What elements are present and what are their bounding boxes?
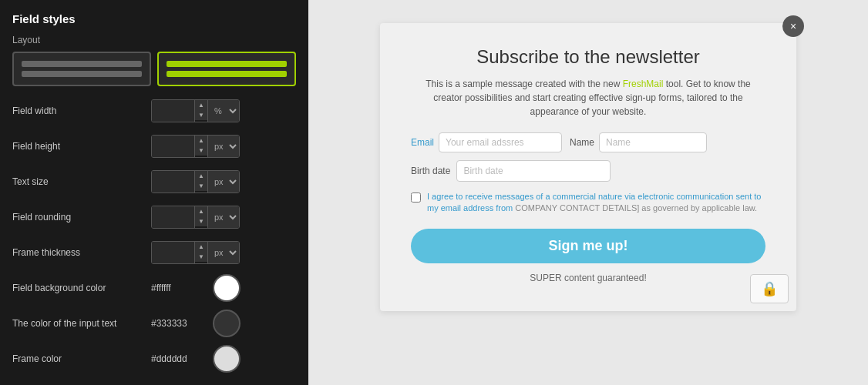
frame-thickness-up[interactable]: ▲ [195, 242, 207, 252]
layout-bar-active [167, 61, 287, 67]
guarantee-text: SUPER content guaranteed! [411, 273, 765, 283]
field-rounding-input-group: 4 ▲ ▼ px % [151, 206, 240, 229]
field-height-row: Field height 30 ▲ ▼ px % [12, 132, 296, 160]
left-panel: Field styles Layout Field width 100 ▲ ▼ … [0, 0, 308, 385]
field-height-spinner: ▲ ▼ [194, 136, 207, 157]
field-rounding-down[interactable]: ▼ [195, 216, 207, 226]
layout-option-inline[interactable] [157, 52, 296, 86]
field-rounding-row: Field rounding 4 ▲ ▼ px % [12, 203, 296, 231]
frame-thickness-input-group: 1 ▲ ▼ px % [151, 241, 240, 264]
layout-bar-active [167, 71, 287, 77]
frame-color-swatch[interactable] [213, 345, 241, 373]
field-bg-color-hex: #ffffff [151, 283, 205, 293]
field-bg-color-label: Field background color [12, 283, 151, 293]
layout-options [12, 52, 296, 86]
frame-thickness-spinner: ▲ ▼ [194, 242, 207, 263]
submit-button[interactable]: Sign me up! [411, 229, 765, 263]
email-name-row: Email Name [411, 132, 765, 152]
agree-checkbox[interactable] [411, 192, 421, 203]
checkbox-text: I agree to receive messages of a commerc… [427, 191, 765, 215]
panel-title: Field styles [12, 12, 296, 25]
birth-date-row: Birth date [411, 160, 765, 182]
text-size-up[interactable]: ▲ [195, 171, 207, 181]
frame-thickness-input[interactable]: 1 [152, 242, 194, 263]
description-plain: This is a sample message created with th… [426, 79, 622, 89]
field-bg-color-swatch[interactable] [213, 274, 241, 302]
email-label: Email [411, 137, 434, 148]
field-height-label: Field height [12, 141, 151, 152]
brand-name: FreshMail [623, 79, 664, 89]
field-height-input[interactable]: 30 [152, 136, 194, 157]
form-description: This is a sample message created with th… [411, 77, 765, 119]
text-size-unit-select[interactable]: px % [207, 171, 239, 192]
field-rounding-up[interactable]: ▲ [195, 206, 207, 216]
field-rounding-spinner: ▲ ▼ [194, 206, 207, 228]
text-size-input[interactable]: 12 [152, 171, 194, 192]
name-field-group: Name [570, 132, 707, 152]
text-size-spinner: ▲ ▼ [194, 171, 207, 192]
field-height-input-group: 30 ▲ ▼ px % [151, 135, 240, 158]
field-height-down[interactable]: ▼ [195, 146, 207, 156]
text-size-input-group: 12 ▲ ▼ px % [151, 170, 240, 193]
field-rounding-unit-select[interactable]: px % [207, 206, 239, 228]
form-title: Subscribe to the newsletter [411, 46, 765, 68]
field-width-up[interactable]: ▲ [195, 100, 207, 110]
frame-thickness-down[interactable]: ▼ [195, 252, 207, 262]
field-height-unit-select[interactable]: px % [207, 136, 239, 157]
field-width-input[interactable]: 100 [152, 100, 194, 122]
email-input[interactable] [439, 132, 562, 152]
field-width-down[interactable]: ▼ [195, 110, 207, 120]
field-width-row: Field width 100 ▲ ▼ % px [12, 97, 296, 125]
field-height-up[interactable]: ▲ [195, 136, 207, 146]
recaptcha-badge: 🔒 [750, 274, 789, 303]
frame-thickness-label: Frame thickness [12, 247, 151, 258]
field-width-spinner: ▲ ▼ [194, 100, 207, 122]
field-bg-color-row: Field background color #ffffff [12, 274, 296, 302]
birth-date-label: Birth date [411, 166, 450, 176]
input-text-color-label: The color of the input text [12, 318, 151, 329]
birth-date-input[interactable] [456, 160, 611, 182]
recaptcha-icon: 🔒 [761, 280, 778, 297]
checkbox-row: I agree to receive messages of a commerc… [411, 191, 765, 215]
name-label: Name [570, 137, 594, 148]
layout-bar [22, 71, 142, 77]
field-rounding-input[interactable]: 4 [152, 206, 194, 228]
close-button[interactable]: × [782, 15, 804, 37]
text-size-down[interactable]: ▼ [195, 181, 207, 191]
field-width-label: Field width [12, 105, 151, 116]
layout-bar [22, 61, 142, 67]
name-input[interactable] [599, 132, 707, 152]
frame-color-row: Frame color #dddddd [12, 345, 296, 373]
input-text-color-row: The color of the input text #333333 [12, 310, 296, 337]
email-field-group: Email [411, 132, 562, 152]
form-card: × Subscribe to the newsletter This is a … [380, 23, 796, 311]
field-width-unit-select[interactable]: % px [207, 100, 239, 122]
input-text-color-swatch[interactable] [213, 310, 241, 337]
frame-color-label: Frame color [12, 353, 151, 364]
layout-option-stacked[interactable] [12, 52, 151, 86]
frame-thickness-unit-select[interactable]: px % [207, 242, 239, 263]
text-size-row: Text size 12 ▲ ▼ px % [12, 168, 296, 196]
frame-thickness-row: Frame thickness 1 ▲ ▼ px % [12, 239, 296, 266]
frame-color-hex: #dddddd [151, 353, 205, 364]
field-width-input-group: 100 ▲ ▼ % px [151, 99, 240, 122]
right-panel: × Subscribe to the newsletter This is a … [308, 0, 868, 385]
input-text-color-hex: #333333 [151, 318, 205, 329]
text-size-label: Text size [12, 176, 151, 187]
field-rounding-label: Field rounding [12, 212, 151, 223]
layout-label: Layout [12, 35, 296, 45]
